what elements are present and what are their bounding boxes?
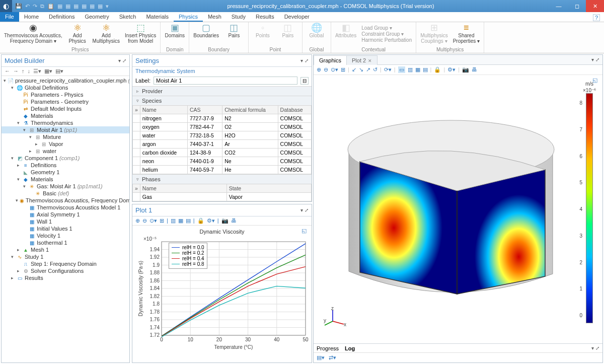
view-icon[interactable]: ▥ xyxy=(171,217,176,224)
settings-icon[interactable]: ⚙▾ xyxy=(447,66,456,73)
menu-tab-study[interactable]: Study xyxy=(226,12,251,22)
tree-node[interactable]: ▾📄pressure_reciprocity_calibration_coupl… xyxy=(2,77,129,84)
view-xy-icon[interactable]: ↙ xyxy=(352,66,356,73)
panel-menu-icon[interactable]: ▾ ⤢ xyxy=(118,58,126,63)
tree-node[interactable]: PiParameters - Geometry xyxy=(2,98,129,105)
panel-close-icon[interactable]: ⤢ xyxy=(305,207,309,213)
tool-icon[interactable]: ⇄▾ xyxy=(329,354,336,361)
qat-icon[interactable]: ▦ xyxy=(73,3,79,10)
tree-node[interactable]: ▦Initial Values 1 xyxy=(2,225,129,232)
view-yz-icon[interactable]: ↗ xyxy=(366,66,370,73)
pairs-button[interactable]: ◫Pairs xyxy=(224,23,244,47)
label-extra-button[interactable]: ⊟ xyxy=(300,77,309,85)
tree-node[interactable]: ▦Velocity 1 xyxy=(2,232,129,239)
tree-node[interactable]: ▸▭Results xyxy=(2,274,129,281)
tree-node[interactable]: ▾⚗Thermodynamics xyxy=(2,119,129,126)
menu-tab-results[interactable]: Results xyxy=(251,12,279,22)
qat-save-icon[interactable]: 💾 xyxy=(15,3,22,10)
system-menu-icon[interactable]: ◐ xyxy=(0,0,12,12)
tree-node[interactable]: ▾⊞Mixture xyxy=(2,133,129,140)
print-icon[interactable]: 🖶 xyxy=(231,217,237,224)
zoom-out-icon[interactable]: ⊖ xyxy=(142,217,147,224)
view-icon[interactable]: ▤ xyxy=(423,66,428,73)
tree-node[interactable]: ▸⊞Vapor xyxy=(2,140,129,148)
help-button[interactable]: ? xyxy=(593,14,600,21)
qat-icon[interactable]: ▦ xyxy=(57,3,62,10)
qat-dropdown-icon[interactable]: ▾ xyxy=(106,3,109,10)
tree-node[interactable]: ⇄Default Model Inputs xyxy=(2,105,129,112)
nav-fwd-icon[interactable]: → xyxy=(13,68,19,75)
tree-node[interactable]: PiParameters - Physics xyxy=(2,91,129,98)
menu-tab-physics[interactable]: Physics xyxy=(174,12,203,22)
view-icon[interactable]: ▥ xyxy=(408,66,413,73)
close-button[interactable]: ✕ xyxy=(586,0,604,12)
zoom-extents-icon[interactable]: ⊞ xyxy=(341,66,345,73)
tree-node[interactable]: ▾🌐Global Definitions xyxy=(2,84,129,91)
tree-node[interactable]: ▸⊞water xyxy=(2,148,129,155)
menu-tab-mesh[interactable]: Mesh xyxy=(203,12,226,22)
tree-node[interactable]: ▾✳Gas: Moist Air 1 (pp1mat1) xyxy=(2,183,129,190)
tree-icon[interactable]: ▤▾ xyxy=(55,68,63,75)
menu-tab-developer[interactable]: Developer xyxy=(279,12,315,22)
zoom-in-icon[interactable]: ⊕ xyxy=(317,66,321,73)
nav-up-icon[interactable]: ↑ xyxy=(22,68,25,75)
panel-menu-icon[interactable]: ▾ ⤢ xyxy=(591,345,599,351)
menu-tab-materials[interactable]: Materials xyxy=(141,12,174,22)
tab-log[interactable]: Log xyxy=(345,345,355,351)
tree-node[interactable]: ▾◉Thermoviscous Acoustics, Frequency Dom… xyxy=(2,197,129,204)
physics-interface-button[interactable]: ◉Thermoviscous Acoustics, Frequency Doma… xyxy=(4,23,62,47)
view-default-icon[interactable]: ↺ xyxy=(373,66,378,73)
nav-back-icon[interactable]: ← xyxy=(5,68,10,75)
settings-icon[interactable]: ⚙▾ xyxy=(207,217,215,224)
select-icon[interactable]: ▭ xyxy=(398,66,405,73)
view-icon[interactable]: ▦ xyxy=(178,217,183,224)
qat-icon[interactable]: ▦ xyxy=(90,3,95,10)
qat-paste-icon[interactable]: 📋 xyxy=(47,3,54,10)
add-physics-button[interactable]: ⚛Add Physics xyxy=(67,23,88,47)
zoom-menu-icon[interactable]: ⊙▾ xyxy=(331,66,338,73)
tree-node[interactable]: ◆Materials xyxy=(2,112,129,119)
tool-icon[interactable]: ▤▾ xyxy=(317,354,325,361)
tree-node[interactable]: ⎍Step 1: Frequency Domain xyxy=(2,260,129,267)
tree-icon[interactable]: ☰▾ xyxy=(33,68,41,75)
panel-menu-icon[interactable]: ▾ xyxy=(300,207,303,213)
tree-node[interactable]: ▸⚙Solver Configurations xyxy=(2,267,129,274)
domains-button[interactable]: ▣Domains xyxy=(165,23,185,47)
snapshot-icon[interactable]: 📷 xyxy=(221,217,229,224)
menu-tab-sketch[interactable]: Sketch xyxy=(114,12,141,22)
tree-node[interactable]: ✳Basic (def) xyxy=(2,190,129,197)
tree-node[interactable]: ▸▲Mesh 1 xyxy=(2,246,129,253)
section-phases[interactable]: ▿Phases xyxy=(132,175,312,184)
add-multiphysics-button[interactable]: ⚛Add Multiphysics xyxy=(93,23,120,47)
tree-node[interactable]: ▾⊞Moist Air 1 (pp1) xyxy=(2,126,129,133)
qat-undo-icon[interactable]: ↶ xyxy=(25,3,30,10)
tree-node[interactable]: ▦Wall 1 xyxy=(2,218,129,225)
print-icon[interactable]: 🖶 xyxy=(472,66,477,73)
snapshot-icon[interactable]: 📷 xyxy=(462,66,469,73)
tab-progress[interactable]: Progress xyxy=(317,345,339,351)
tree-node[interactable]: ▦Axial Symmetry 1 xyxy=(2,211,129,218)
zoom-out-icon[interactable]: ⊖ xyxy=(324,66,328,73)
zoom-in-icon[interactable]: ⊕ xyxy=(135,217,140,224)
view-xz-icon[interactable]: ↘ xyxy=(359,66,363,73)
section-provider[interactable]: ▹Provider xyxy=(132,87,312,96)
plot-info-icon[interactable]: ◱ xyxy=(301,228,307,234)
panel-menu-icon[interactable]: ▾ ⤢ xyxy=(300,58,309,63)
tree-node[interactable]: ▾◆Materials xyxy=(2,176,129,183)
tree-node[interactable]: ▸≡Definitions xyxy=(2,162,129,169)
maximize-button[interactable]: ◻ xyxy=(568,0,586,12)
panel-menu-icon[interactable]: ▾ ⤢ xyxy=(591,57,602,62)
shared-properties-button[interactable]: ≡Shared Properties ▾ xyxy=(453,23,480,47)
lock-icon[interactable]: 🔒 xyxy=(434,66,441,73)
zoom-reset-icon[interactable]: ⊙▾ xyxy=(149,217,157,224)
view-icon[interactable]: ▦ xyxy=(415,66,420,73)
section-species[interactable]: ▿Species xyxy=(132,96,312,105)
minimize-button[interactable]: — xyxy=(550,0,568,12)
menu-tab-home[interactable]: Home xyxy=(19,12,44,22)
tree-node[interactable]: ◣Geometry 1 xyxy=(2,169,129,176)
tab-graphics[interactable]: Graphics xyxy=(314,55,347,65)
view-icon[interactable]: ▤ xyxy=(186,217,191,224)
tree-node[interactable]: ▦Isothermal 1 xyxy=(2,239,129,246)
tree-node[interactable]: ▾∿Study 1 xyxy=(2,253,129,260)
label-input[interactable] xyxy=(154,77,297,85)
